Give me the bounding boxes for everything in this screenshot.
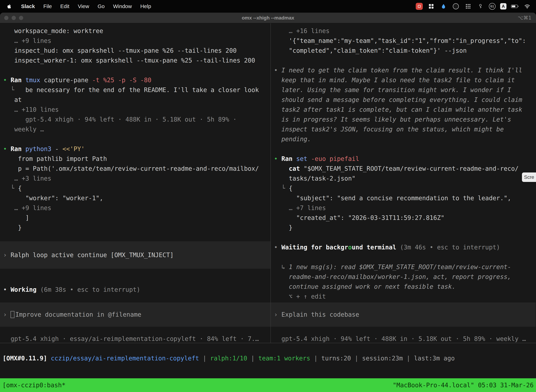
- zoom-button[interactable]: [19, 16, 23, 20]
- terminal-text: [274, 106, 281, 113]
- menu-help[interactable]: Help: [136, 3, 155, 9]
- ralph-inject-input[interactable]: › Ralph loop active continue [OMX_TMUX_I…: [0, 241, 270, 269]
- terminal-text: [274, 86, 281, 93]
- terminal-line: is in progress? It seems likely but perh…: [271, 115, 536, 124]
- terminal-line: • Ran tmux capture-pane -t %25 -p -S -80: [0, 75, 270, 85]
- terminal-line: from pathlib import Path: [0, 154, 270, 164]
- terminal-text: … +110 lines: [14, 106, 59, 113]
- terminal-text: ]: [3, 214, 29, 221]
- tmux-pane-right[interactable]: … +16 lines '{"team_name":"my-team","tas…: [270, 23, 536, 343]
- terminal-text: <<'PY': [62, 145, 85, 152]
- terminal-text: ›: [274, 311, 281, 318]
- terminal-text: [274, 116, 281, 123]
- terminal-text: … +7 lines: [289, 205, 326, 211]
- terminal-text: python3: [25, 145, 55, 152]
- tmux-status-bar: [omx-cczip0:bash* "MacBook-Pro-44.local"…: [0, 378, 536, 392]
- terminal-text: -t %25 -p -S -80: [92, 77, 151, 84]
- menu-view[interactable]: View: [73, 3, 93, 9]
- window-grid-icon[interactable]: [427, 2, 435, 10]
- close-button[interactable]: [4, 16, 9, 20]
- menu-edit[interactable]: Edit: [56, 3, 74, 9]
- terminal-text: last:3m ago: [414, 355, 455, 362]
- terminal-text: inspect task2's JSON, focusing on the st…: [281, 126, 504, 133]
- terminal-line: task2 after task1 is complete, but can I…: [271, 105, 536, 115]
- macos-menu-bar: Slack File Edit View Go Window Help 61 A: [0, 0, 536, 13]
- terminal-line: tasks/task-2.json": [271, 173, 536, 183]
- tmux-host-time: "MacBook-Pro-44.local" 05:03 31-Mar-26: [393, 382, 534, 389]
- terminal-text: gpt-5.4 xhigh · 94% left · 488K in · 5.1…: [3, 116, 237, 123]
- terminal-line: inspect task2's JSON, focusing on the st…: [271, 124, 536, 134]
- terminal-text: from pathlib import Path: [3, 155, 107, 162]
- terminal-text: [274, 293, 289, 300]
- terminal-text: pending.: [281, 135, 311, 143]
- terminal-text: ›: [3, 252, 10, 258]
- terminal-content: workspace_mode: worktree … +9 lines insp…: [0, 23, 536, 343]
- menu-app-name[interactable]: Slack: [17, 3, 39, 9]
- terminal-text: task2 after task1 is complete, but can I…: [281, 106, 522, 113]
- terminal-window: omx --xhigh --madmax ⌥⌘1 workspace_mode:…: [0, 13, 536, 392]
- apple-menu-icon[interactable]: [7, 4, 12, 9]
- terminal-text: workspace_mode: worktree: [3, 27, 103, 34]
- terminal-text: later. Using the same for transition mig…: [281, 86, 511, 93]
- terminal-text: keep that in mind. Maybe I also need the…: [281, 77, 515, 84]
- terminal-text: … +9 lines: [14, 37, 51, 44]
- terminal-text: Ran: [10, 77, 25, 84]
- menu-file[interactable]: File: [39, 3, 56, 9]
- omx-status-bar: [OMX#0.11.9] cczip/essay/ai-reimplementa…: [0, 353, 536, 363]
- terminal-line: }: [0, 223, 270, 233]
- terminal-line: inspect_worker-1: omx sparkshell --tmux-…: [0, 56, 270, 65]
- battery-icon[interactable]: [511, 2, 519, 10]
- terminal-line: inspect_hud: omx sparkshell --tmux-pane …: [0, 46, 270, 56]
- minimize-button[interactable]: [12, 16, 16, 20]
- battery-percent-text: 61: [490, 5, 494, 8]
- terminal-text: [3, 205, 14, 211]
- terminal-text: •: [3, 286, 10, 293]
- terminal-text: tasks/task-2.json": [274, 175, 356, 182]
- terminal-text: continue assigned work or next feasible …: [289, 283, 455, 290]
- terminal-text: inspect_hud: omx sparkshell --tmux-pane …: [3, 47, 237, 54]
- wifi-icon[interactable]: [523, 2, 531, 10]
- screen-recording-indicator[interactable]: [416, 3, 423, 10]
- terminal-text: inspect_worker-1: omx sparkshell --tmux-…: [3, 57, 255, 64]
- window-shortcut-hint: ⌥⌘1: [518, 15, 536, 21]
- terminal-text: •: [3, 145, 10, 152]
- terminal-text: Improve documentation in @filename: [15, 311, 141, 318]
- apps-grid-icon[interactable]: [464, 2, 472, 10]
- terminal-text: (6m 38s • esc to interrupt): [40, 286, 140, 293]
- input-source-icon[interactable]: A: [500, 3, 507, 9]
- spacer: [0, 294, 270, 303]
- terminal-line: [271, 56, 536, 65]
- terminal-line: gpt-5.4 xhigh · essay/ai-reimplementatio…: [0, 334, 270, 343]
- menu-window[interactable]: Window: [109, 3, 136, 9]
- omx-status-line: [OMX#0.11.9] cczip/essay/ai-reimplementa…: [0, 353, 536, 363]
- terminal-line: └ be necessary for the end of the README…: [0, 85, 270, 95]
- menu-go[interactable]: Go: [93, 3, 109, 9]
- terminal-text: [274, 263, 281, 271]
- terminal-text: be necessary for the end of the README. …: [14, 86, 259, 93]
- terminal-text: … +16 lines: [289, 27, 330, 34]
- terminal-text: }: [274, 224, 292, 231]
- spacer: [0, 233, 270, 241]
- terminal-text: Ran: [281, 155, 296, 162]
- terminal-text: [274, 77, 281, 84]
- tmux-pane-left[interactable]: workspace_mode: worktree … +9 lines insp…: [0, 23, 270, 343]
- terminal-text: … +3 lines: [14, 175, 51, 182]
- window-title: omx --xhigh --madmax: [0, 15, 536, 21]
- terminal-line: ↳ 1 new msg(s): read $OMX_TEAM_STATE_ROO…: [271, 262, 536, 272]
- terminal-line: [271, 252, 536, 262]
- terminal-text: |: [199, 355, 210, 362]
- window-title-bar[interactable]: omx --xhigh --madmax ⌥⌘1: [0, 13, 536, 23]
- screen-share-popover[interactable]: Scre: [522, 173, 536, 182]
- composer-input-right[interactable]: › Explain this codebase: [271, 303, 536, 327]
- droplet-icon[interactable]: [440, 2, 447, 10]
- composer-input-left[interactable]: › Improve documentation in @filename: [0, 303, 270, 327]
- ghostty-icon[interactable]: [452, 2, 460, 10]
- terminal-text: … +9 lines: [14, 205, 51, 211]
- key-icon[interactable]: [477, 2, 484, 10]
- terminal-text: (3m 46s • esc to interrupt): [400, 244, 500, 251]
- terminal-text: turns:20: [321, 355, 351, 362]
- terminal-line: ⌥ + ↑ edit: [271, 292, 536, 301]
- terminal-line: '{"team_name":"my-team","task_id":"1","f…: [271, 36, 536, 46]
- battery-percent-badge[interactable]: 61: [489, 3, 496, 10]
- terminal-text: └: [10, 86, 14, 93]
